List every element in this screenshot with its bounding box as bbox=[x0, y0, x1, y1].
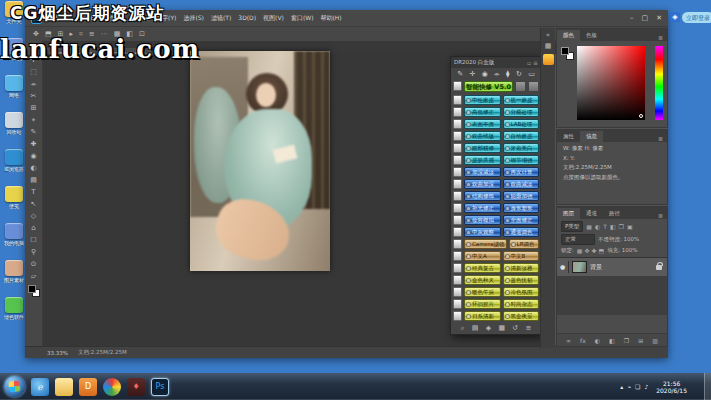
panel-tool-icon[interactable]: ⌯ bbox=[494, 70, 500, 78]
tool-icon[interactable]: ▱ bbox=[27, 270, 41, 282]
action-button[interactable]: LAB处理 bbox=[503, 119, 540, 129]
taskbar-ie-icon[interactable]: e bbox=[31, 378, 49, 396]
panel-tool-icon[interactable]: ⧫ bbox=[506, 70, 509, 78]
panel-tool-icon[interactable]: ▭ bbox=[528, 70, 535, 78]
action-button[interactable]: 双曲线版 bbox=[464, 131, 501, 141]
widget-label[interactable]: 立即登录 bbox=[682, 12, 711, 23]
menu-item[interactable]: 文件(F) bbox=[49, 14, 69, 23]
option-icon[interactable]: ⌗ bbox=[79, 30, 83, 38]
tool-icon[interactable]: T bbox=[27, 186, 41, 198]
action-button[interactable]: 眼部精修 bbox=[464, 143, 501, 153]
filter-icon[interactable]: ◧ bbox=[610, 223, 616, 230]
color-fg-bg-swatch[interactable] bbox=[561, 47, 574, 60]
action-button[interactable]: 全面修正 bbox=[503, 215, 540, 225]
taskbar-photoshop-icon[interactable]: Ps bbox=[151, 378, 169, 396]
layer-row-background[interactable]: ● 背景 bbox=[557, 258, 667, 276]
menu-item[interactable]: 帮助(H) bbox=[321, 14, 342, 23]
tab-paths[interactable]: 路径 bbox=[603, 208, 626, 219]
tool-icon[interactable]: ☐ bbox=[27, 234, 41, 246]
panel-collapse-icon[interactable]: ▫ bbox=[527, 59, 531, 66]
action-chip-icon[interactable] bbox=[453, 119, 462, 129]
action-button[interactable]: 中文B bbox=[503, 251, 540, 261]
menu-item[interactable]: 选择(S) bbox=[183, 14, 204, 23]
action-chip-icon[interactable] bbox=[453, 203, 462, 213]
hue-slider[interactable] bbox=[655, 46, 663, 120]
menu-item[interactable]: 3D(D) bbox=[238, 14, 256, 23]
lock-icon[interactable]: ▦ bbox=[577, 247, 583, 254]
panel-menu-icon[interactable]: ≣ bbox=[654, 34, 667, 41]
action-chip-icon[interactable] bbox=[453, 131, 462, 141]
footer-icon[interactable]: ⌕ bbox=[461, 324, 465, 332]
panel-menu-icon[interactable]: ≣ bbox=[654, 212, 667, 219]
tab-channels[interactable]: 通道 bbox=[580, 208, 603, 219]
action-chip-icon[interactable] bbox=[453, 143, 462, 153]
filter-icon[interactable]: T bbox=[603, 223, 607, 230]
desktop-icon[interactable]: 便笺 bbox=[1, 186, 27, 220]
tool-icon[interactable]: ⌯ bbox=[27, 78, 41, 90]
panel-small-button-2[interactable] bbox=[528, 81, 539, 92]
layers-footer-icon[interactable]: ▥ bbox=[652, 337, 658, 344]
action-button[interactable]: 表面平滑 bbox=[464, 119, 501, 129]
menu-item[interactable]: 文字(Y) bbox=[156, 14, 176, 23]
layers-footer-icon[interactable]: fx bbox=[580, 337, 586, 344]
layers-footer-icon[interactable]: ◐ bbox=[595, 337, 600, 344]
desktop-icon[interactable]: IE浏览器 bbox=[1, 149, 27, 183]
action-chip-icon[interactable] bbox=[453, 251, 462, 261]
action-chip-icon[interactable] bbox=[453, 275, 462, 285]
action-button[interactable]: 再次计算 bbox=[503, 167, 540, 177]
action-button[interactable]: 中性磨皮 bbox=[464, 95, 501, 105]
action-button[interactable]: 冷色氛围 bbox=[503, 287, 540, 297]
action-chip-icon[interactable] bbox=[453, 287, 462, 297]
action-chip-icon[interactable] bbox=[453, 167, 462, 177]
panel-menu-icon[interactable]: ≡ bbox=[533, 59, 538, 66]
desktop-login-widget[interactable]: ◈ 立即登录 bbox=[670, 11, 711, 23]
menu-item[interactable]: 窗口(W) bbox=[291, 14, 314, 23]
tool-icon[interactable]: ⬚ bbox=[27, 66, 41, 78]
tool-icon[interactable]: ◇ bbox=[27, 210, 41, 222]
layer-name[interactable]: 背景 bbox=[590, 263, 653, 272]
visibility-eye-icon[interactable]: ● bbox=[560, 261, 569, 273]
tab-color[interactable]: 颜色 bbox=[557, 30, 580, 41]
action-chip-icon[interactable] bbox=[453, 299, 462, 309]
saturation-brightness-field[interactable] bbox=[577, 46, 645, 120]
tray-icon[interactable]: ▴ bbox=[620, 383, 623, 390]
action-button[interactable]: 经典复古 bbox=[464, 263, 501, 273]
tool-icon[interactable]: ◉ bbox=[27, 150, 41, 162]
action-button[interactable]: 清新淡雅 bbox=[503, 263, 540, 273]
tab-layers[interactable]: 图层 bbox=[557, 208, 580, 219]
filter-icon[interactable]: ❐ bbox=[619, 223, 624, 230]
taskbar-color-app-icon[interactable] bbox=[103, 378, 121, 396]
action-chip-icon[interactable] bbox=[453, 263, 462, 273]
action-button[interactable]: 蓝色忧郁 bbox=[503, 275, 540, 285]
panel-tool-icon[interactable]: ✛ bbox=[469, 70, 475, 78]
footer-icon[interactable]: ↺ bbox=[512, 324, 518, 332]
action-panel-titlebar[interactable]: DR2020 白金版 ▫ ≡ bbox=[451, 57, 541, 68]
option-icon[interactable]: ▸ bbox=[69, 30, 73, 38]
menu-item[interactable]: 视图(V) bbox=[263, 14, 284, 23]
filter-kind-select[interactable]: P类型 bbox=[561, 221, 583, 232]
action-button[interactable]: 通道调色 bbox=[503, 227, 540, 237]
action-button[interactable]: 加深减淡 bbox=[464, 167, 501, 177]
action-chip-icon[interactable] bbox=[453, 81, 462, 91]
taskbar-explorer-icon[interactable] bbox=[55, 378, 73, 396]
action-chip-icon[interactable] bbox=[453, 215, 462, 225]
tool-icon[interactable]: ⊙ bbox=[27, 258, 41, 270]
filter-icon[interactable]: ▣ bbox=[627, 223, 633, 230]
footer-icon[interactable]: ▦ bbox=[498, 324, 505, 332]
tool-icon[interactable]: ◐ bbox=[27, 162, 41, 174]
tool-icon[interactable]: ⌂ bbox=[27, 222, 41, 234]
menu-item[interactable]: 图像(I) bbox=[104, 14, 122, 23]
option-icon[interactable]: ⊡ bbox=[139, 30, 145, 38]
menu-item[interactable]: 图层(L) bbox=[129, 14, 149, 23]
action-button[interactable]: 自动磨皮 bbox=[503, 131, 540, 141]
action-chip-icon[interactable] bbox=[453, 95, 462, 105]
action-button[interactable]: 皮肤质感 bbox=[464, 155, 501, 165]
panel-small-button-1[interactable] bbox=[515, 81, 526, 92]
option-icon[interactable]: ⬒ bbox=[45, 30, 52, 38]
option-icon[interactable]: ◧ bbox=[126, 30, 133, 38]
tool-icon[interactable]: ▤ bbox=[27, 174, 41, 186]
action-chip-icon[interactable] bbox=[453, 155, 462, 165]
taskbar-office-icon[interactable]: D bbox=[79, 378, 97, 396]
option-icon[interactable]: ✥ bbox=[33, 30, 39, 38]
action-button[interactable]: 怀旧胶片 bbox=[464, 299, 501, 309]
